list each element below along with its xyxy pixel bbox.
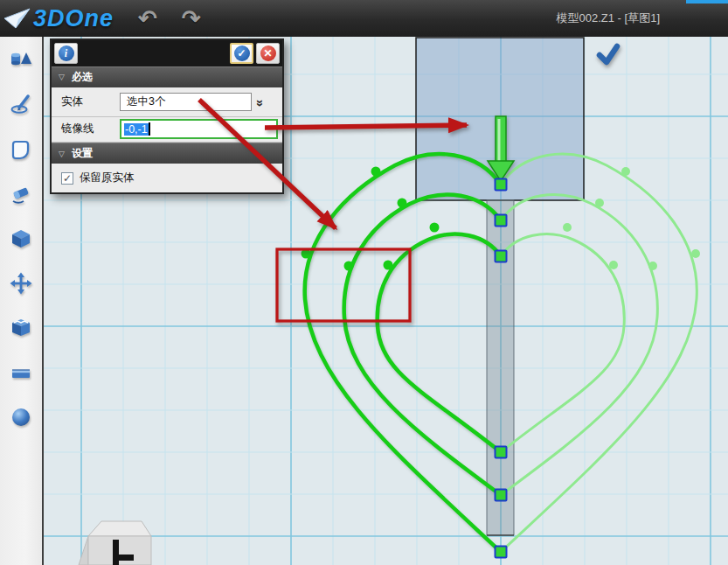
mirror-line-label: 镜像线: [61, 122, 120, 136]
keep-original-row: ✓ 保留原实体: [52, 164, 282, 192]
move-arrows-icon: [10, 272, 32, 295]
sketch-pencil-icon: [10, 94, 32, 116]
app-logo: 3DOne: [0, 5, 114, 32]
curve-point[interactable]: [302, 249, 311, 259]
vertex-handle[interactable]: [496, 179, 507, 191]
mirror-line-row: 镜像线 -0,-1: [52, 117, 282, 143]
sidebar-item-move[interactable]: [6, 270, 36, 296]
heart-curve-mirrored: [501, 234, 624, 452]
collapse-triangle-icon: ▽: [59, 73, 65, 81]
viewcube-face-glyph: [113, 540, 119, 565]
confirm-button[interactable]: ✓: [230, 43, 253, 64]
keep-original-checkbox[interactable]: ✓: [61, 172, 73, 185]
vertex-handle[interactable]: [496, 251, 507, 262]
settings-section-header[interactable]: ▽ 设置: [52, 143, 282, 164]
collapse-triangle-icon: ▽: [59, 150, 65, 158]
entity-selection-field[interactable]: 选中3个: [120, 93, 252, 111]
curve-point-mirrored: [563, 223, 572, 232]
text-caret: [149, 122, 150, 136]
mirror-line-value: -0,-1: [124, 123, 149, 136]
viewcube-face-glyph: [113, 555, 134, 561]
tray-box-icon: [10, 361, 32, 384]
sidebar-item-eraser[interactable]: [6, 181, 36, 207]
sidebar-item-solids[interactable]: [6, 47, 36, 73]
entity-row: 实体 选中3个 »: [52, 87, 282, 117]
view-cube-front-face: [88, 536, 151, 565]
document-title: 模型002.Z1 - [草图1]: [557, 0, 660, 37]
view-cube[interactable]: [79, 521, 151, 565]
sidebar-item-feature[interactable]: [6, 226, 36, 252]
chevron-double-down-icon[interactable]: »: [253, 99, 268, 103]
app-window: 3DOne ↶ ↷ 模型002.Z1 - [草图1]: [0, 0, 728, 565]
mirror-line-input[interactable]: -0,-1: [120, 119, 278, 139]
curve-point-mirrored: [609, 261, 618, 269]
view-cube-side-face: [79, 536, 88, 565]
sidebar-item-special-shape[interactable]: [6, 315, 36, 341]
mirror-dialog: i ✓ ✕ ▽ 必选 实体 选中3个 » 镜像线 -0,-1: [50, 38, 284, 194]
vertex-handle[interactable]: [496, 547, 507, 558]
undo-icon[interactable]: ↶: [138, 7, 157, 30]
tool-sidebar: [0, 37, 42, 565]
dialog-toolbar: i ✓ ✕: [52, 40, 282, 66]
heart-curve-selected[interactable]: [305, 154, 501, 552]
sidebar-item-tray[interactable]: [6, 359, 36, 386]
sidebar-item-render[interactable]: [6, 404, 36, 430]
cancel-button[interactable]: ✕: [256, 43, 280, 64]
selected-curves: [305, 154, 501, 552]
sketch-plane-icon: [10, 138, 32, 161]
curve-point[interactable]: [384, 261, 393, 270]
logo-text: 3DOne: [33, 5, 114, 32]
paper-plane-icon: [3, 6, 31, 31]
view-cube-top-face: [88, 521, 151, 536]
curve-point-mirrored: [595, 199, 604, 207]
arrow-shaft: [496, 116, 506, 163]
window-accent-strip: [686, 0, 728, 3]
vertex-handle[interactable]: [496, 490, 507, 501]
close-icon: ✕: [260, 45, 276, 61]
curve-point[interactable]: [430, 223, 440, 233]
settings-section-label: 设置: [72, 146, 93, 161]
confirm-icon: ✓: [234, 45, 250, 61]
vertex-handle[interactable]: [496, 215, 507, 227]
heart-curve-selected[interactable]: [378, 234, 501, 452]
curve-point-mirrored: [648, 262, 657, 270]
canvas-confirm-check-icon[interactable]: [600, 46, 617, 62]
special-shape-icon: [10, 317, 32, 339]
keep-original-label: 保留原实体: [80, 171, 135, 185]
required-section-header[interactable]: ▽ 必选: [52, 66, 282, 87]
curve-point[interactable]: [344, 262, 354, 271]
sidebar-item-sketch[interactable]: [6, 92, 36, 118]
vertex-handle[interactable]: [496, 447, 507, 458]
entity-label: 实体: [61, 94, 120, 109]
feature-cube-icon: [10, 227, 32, 250]
curve-point[interactable]: [371, 167, 381, 177]
curve-point[interactable]: [398, 199, 407, 208]
heart-curve-mirrored: [501, 154, 697, 552]
mirror-preview-curves: [501, 154, 697, 552]
curve-point-mirrored: [621, 167, 630, 176]
heart-curve-mirrored: [501, 194, 657, 495]
material-sphere-icon: [10, 406, 32, 429]
info-button[interactable]: i: [54, 43, 78, 64]
required-section-label: 必选: [72, 70, 93, 85]
eraser-icon: [10, 183, 32, 206]
titlebar: 3DOne ↶ ↷ 模型002.Z1 - [草图1]: [0, 0, 728, 37]
solid-primitives-icon: [10, 49, 32, 72]
info-icon: i: [59, 45, 74, 61]
redo-icon[interactable]: ↷: [182, 7, 201, 30]
entity-selection-value: 选中3个: [127, 94, 165, 109]
sidebar-item-plane[interactable]: [6, 136, 36, 163]
curve-point-mirrored: [691, 249, 700, 258]
